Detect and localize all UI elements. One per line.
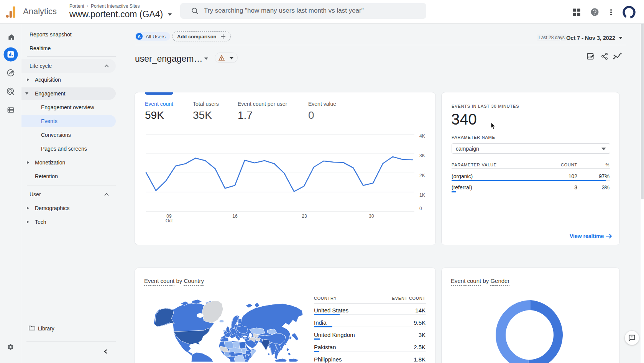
svg-text:30: 30: [369, 214, 374, 219]
svg-text:1K: 1K: [419, 192, 425, 198]
svg-text:2K: 2K: [419, 173, 425, 178]
svg-text:3K: 3K: [419, 153, 425, 158]
svg-text:Oct: Oct: [166, 218, 173, 223]
svg-text:4K: 4K: [419, 133, 425, 139]
svg-text:23: 23: [302, 214, 307, 219]
svg-text:0: 0: [419, 206, 422, 211]
svg-text:16: 16: [232, 214, 238, 219]
